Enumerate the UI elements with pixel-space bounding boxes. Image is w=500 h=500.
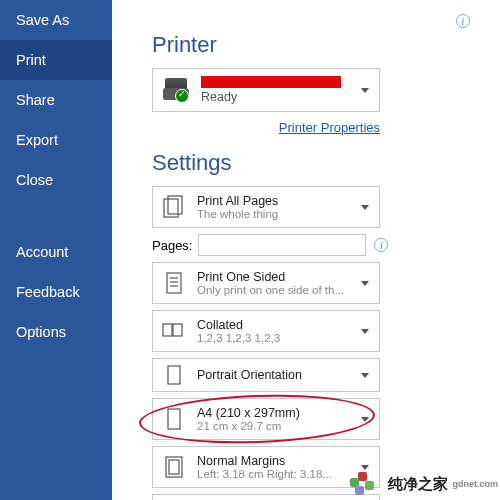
single-side-icon xyxy=(161,269,187,297)
chevron-down-icon xyxy=(361,281,369,286)
printer-name-redacted xyxy=(201,76,341,88)
pages-row: Pages: i xyxy=(152,234,400,256)
sides-selector[interactable]: Print One Sided Only print on one side o… xyxy=(152,262,380,304)
orientation-selector[interactable]: Portrait Orientation xyxy=(152,358,380,392)
chevron-down-icon xyxy=(361,329,369,334)
pages-input[interactable] xyxy=(198,234,366,256)
svg-rect-7 xyxy=(173,324,182,336)
sidebar-item-account[interactable]: Account xyxy=(0,232,112,272)
chevron-down-icon xyxy=(361,465,369,470)
printer-info-icon[interactable]: i xyxy=(456,14,470,28)
sidebar-item-options[interactable]: Options xyxy=(0,312,112,352)
paper-size-icon xyxy=(161,405,187,433)
sidebar-item-share[interactable]: Share xyxy=(0,80,112,120)
printer-selector[interactable]: Ready xyxy=(152,68,380,112)
print-range-selector[interactable]: Print All Pages The whole thing xyxy=(152,186,380,228)
sidebar-item-export[interactable]: Export xyxy=(0,120,112,160)
chevron-down-icon xyxy=(361,205,369,210)
collated-icon xyxy=(161,317,187,345)
pages-info-icon[interactable]: i xyxy=(374,238,388,252)
svg-rect-2 xyxy=(167,273,181,293)
sidebar-item-close[interactable]: Close xyxy=(0,160,112,200)
watermark-logo-icon xyxy=(350,472,384,496)
svg-rect-6 xyxy=(163,324,172,336)
printer-icon xyxy=(163,78,193,102)
watermark: 纯净之家 gdnet.com xyxy=(350,472,498,496)
printer-status: Ready xyxy=(201,90,357,104)
print-panel: i Printer Ready Printer Properties Setti… xyxy=(112,0,500,500)
collation-selector[interactable]: Collated 1,2,3 1,2,3 1,2,3 xyxy=(152,310,380,352)
paper-size-selector[interactable]: A4 (210 x 297mm) 21 cm x 29.7 cm xyxy=(152,398,380,440)
pages-label: Pages: xyxy=(152,238,192,253)
svg-rect-8 xyxy=(168,366,180,384)
margins-icon xyxy=(161,453,187,481)
backstage-sidebar: Save As Print Share Export Close Account… xyxy=(0,0,112,500)
sidebar-item-feedback[interactable]: Feedback xyxy=(0,272,112,312)
sidebar-item-print[interactable]: Print xyxy=(0,40,112,80)
svg-rect-11 xyxy=(169,460,179,474)
margins-selector[interactable]: Normal Margins Left: 3.18 cm Right: 3.18… xyxy=(152,446,380,488)
portrait-icon xyxy=(161,361,187,389)
chevron-down-icon xyxy=(361,88,369,93)
printer-heading: Printer xyxy=(152,32,476,58)
settings-heading: Settings xyxy=(152,150,476,176)
pages-stack-icon xyxy=(161,193,187,221)
printer-properties-link[interactable]: Printer Properties xyxy=(279,120,380,135)
chevron-down-icon xyxy=(361,373,369,378)
svg-rect-9 xyxy=(168,409,180,429)
chevron-down-icon xyxy=(361,417,369,422)
sidebar-item-save-as[interactable]: Save As xyxy=(0,0,112,40)
pages-per-sheet-selector[interactable]: 1 Page Per Sheet Scaled to 14 cm x 20.3 … xyxy=(152,494,380,500)
